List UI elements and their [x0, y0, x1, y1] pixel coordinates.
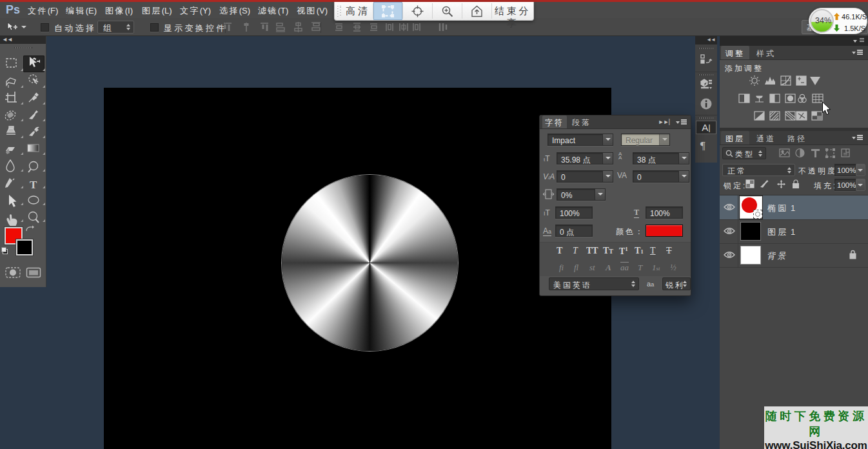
svg-text:T: T [30, 179, 37, 191]
